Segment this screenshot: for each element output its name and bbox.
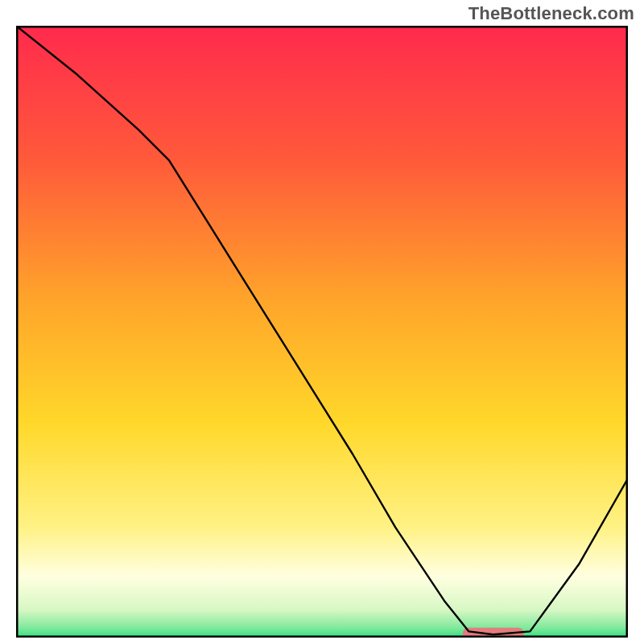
watermark-text: TheBottleneck.com — [469, 3, 634, 24]
chart-canvas — [16, 26, 628, 638]
chart-background — [16, 26, 628, 638]
chart-frame: TheBottleneck.com — [0, 0, 644, 644]
chart-svg — [16, 26, 628, 638]
